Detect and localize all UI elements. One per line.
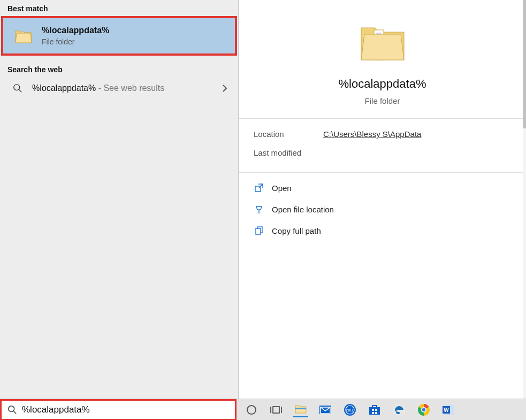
cortana-icon[interactable] xyxy=(244,402,259,417)
copy-full-path-action[interactable]: Copy full path xyxy=(244,220,521,241)
preview-subtitle: File folder xyxy=(365,96,400,105)
word-icon[interactable]: W xyxy=(441,402,456,417)
svg-rect-14 xyxy=(273,407,279,413)
best-match-section-label: Best match xyxy=(0,0,238,16)
search-web-item[interactable]: %localappdata% - See web results xyxy=(0,77,238,100)
chrome-icon[interactable] xyxy=(416,402,431,417)
open-action[interactable]: Open xyxy=(244,177,521,198)
svg-rect-10 xyxy=(256,228,261,234)
svg-rect-17 xyxy=(295,408,306,409)
open-location-label: Open file location xyxy=(272,205,334,214)
svg-point-13 xyxy=(247,406,256,414)
best-match-subtitle: File folder xyxy=(42,37,109,46)
svg-line-12 xyxy=(14,411,17,414)
store-icon[interactable] xyxy=(367,402,382,417)
open-file-location-action[interactable]: Open file location xyxy=(244,198,521,220)
svg-rect-23 xyxy=(372,409,374,411)
open-icon xyxy=(254,182,264,193)
edge-legacy-icon[interactable] xyxy=(392,402,407,417)
details-block: Location C:\Users\Blessy S\AppData Last … xyxy=(239,119,526,172)
folder-icon xyxy=(14,26,33,45)
preview-header: %localappdata% File folder xyxy=(239,0,526,118)
open-label: Open xyxy=(272,184,292,193)
preview-pane: %localappdata% File folder Location C:\U… xyxy=(239,0,526,399)
search-input[interactable] xyxy=(22,404,231,415)
svg-rect-22 xyxy=(369,407,380,415)
scrollbar[interactable] xyxy=(523,0,526,399)
svg-point-11 xyxy=(9,406,14,411)
svg-point-1 xyxy=(14,85,20,90)
svg-rect-26 xyxy=(375,412,377,414)
search-icon xyxy=(7,404,18,415)
folder-large-icon xyxy=(357,16,408,67)
last-modified-label: Last modified xyxy=(254,148,323,157)
actions-block: Open Open file location Copy full path xyxy=(239,173,526,246)
search-web-section-label: Search the web xyxy=(0,61,238,77)
svg-line-2 xyxy=(19,90,22,93)
svg-rect-24 xyxy=(375,409,377,411)
web-hint: - See web results xyxy=(96,83,164,93)
pin-location-icon xyxy=(254,204,264,215)
search-box[interactable] xyxy=(0,399,237,421)
svg-text:DELL: DELL xyxy=(346,408,354,411)
preview-title: %localappdata% xyxy=(339,77,426,91)
svg-rect-25 xyxy=(372,412,374,414)
svg-text:W: W xyxy=(444,407,449,413)
taskbar: DELL W xyxy=(0,399,526,420)
search-icon xyxy=(12,82,24,94)
search-results-pane: Best match %localappdata% File folder Se… xyxy=(0,0,239,399)
location-label: Location xyxy=(254,129,323,139)
mail-icon[interactable] xyxy=(318,402,333,417)
copy-path-label: Copy full path xyxy=(272,226,321,235)
chevron-right-icon xyxy=(222,85,227,92)
location-link[interactable]: C:\Users\Blessy S\AppData xyxy=(323,129,421,139)
file-explorer-icon[interactable] xyxy=(293,402,308,417)
dell-icon[interactable]: DELL xyxy=(342,402,357,417)
best-match-title: %localappdata% xyxy=(42,26,109,35)
svg-point-30 xyxy=(422,408,425,411)
web-result-text: %localappdata% - See web results xyxy=(32,83,222,93)
task-view-icon[interactable] xyxy=(269,402,284,417)
web-term: %localappdata% xyxy=(32,83,96,93)
copy-icon xyxy=(254,225,264,236)
best-match-item[interactable]: %localappdata% File folder xyxy=(1,16,237,56)
